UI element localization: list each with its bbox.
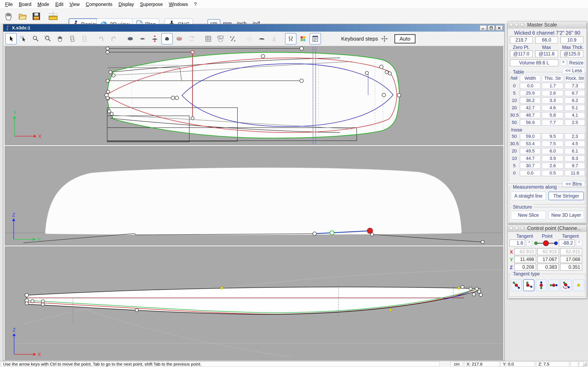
master-scale-titlebar[interactable]: Master Scale	[508, 21, 587, 28]
thic-str-header[interactable]: Thic. Str	[542, 75, 563, 82]
resize-button[interactable]: Resize	[568, 59, 585, 66]
maximize-button[interactable]	[488, 25, 495, 31]
menu-superpose[interactable]: Superpose	[137, 2, 166, 7]
minimize-button[interactable]	[480, 25, 487, 31]
z-tangent-left-field[interactable]: 0.208	[514, 264, 536, 271]
width-header[interactable]: Width	[520, 75, 541, 82]
close-light-icon[interactable]	[509, 23, 513, 27]
x-point-field[interactable]: 62.915	[537, 248, 559, 255]
minimize-light-icon[interactable]	[515, 226, 519, 230]
new-3d-layer-button[interactable]: New 3D Layer	[548, 211, 584, 219]
cell-rock[interactable]: 2.5	[565, 119, 585, 125]
slice-view-canvas[interactable]: Z Y	[5, 146, 503, 245]
tangent-type-point-button[interactable]	[573, 279, 584, 291]
save-button[interactable]	[31, 11, 42, 22]
menu-edit[interactable]: Edit	[52, 2, 67, 7]
z-point-field[interactable]: 0.383	[537, 264, 559, 271]
cell-rock[interactable]: 8.3	[565, 155, 585, 161]
menu-board[interactable]: Board	[16, 2, 34, 7]
x-tangent-left-field[interactable]: 62.915	[514, 248, 536, 255]
cell-thic[interactable]: 5.8	[542, 112, 563, 118]
menu-mode[interactable]: Mode	[34, 2, 52, 7]
cell-width[interactable]: 0.0	[520, 83, 541, 89]
btns-button[interactable]: << Btns	[562, 181, 585, 187]
y-tangent-right-field[interactable]: 17.068	[560, 256, 582, 263]
copy-slice-tool[interactable]	[67, 33, 78, 44]
cell-thic[interactable]: 3.3	[542, 98, 563, 104]
cell-width[interactable]: 30.7	[520, 163, 541, 169]
fin-toggle[interactable]	[268, 33, 280, 44]
symmetry-toggle[interactable]	[285, 33, 296, 44]
max-thck-field[interactable]: @125.0	[561, 50, 583, 57]
slices-3d-toggle[interactable]	[173, 33, 185, 44]
minimize-light-icon[interactable]	[515, 23, 519, 27]
tangent-right-field[interactable]: -88.2	[559, 240, 575, 247]
tangent-type-vertical-button[interactable]	[536, 279, 547, 291]
close-light-icon[interactable]	[509, 226, 513, 230]
cell-width[interactable]: 49.5	[520, 148, 541, 154]
cell-width[interactable]: 42.7	[520, 105, 541, 111]
cell-rock[interactable]: 6.2	[565, 98, 585, 104]
cell-rock[interactable]: 4.1	[565, 112, 585, 118]
cell-width[interactable]: 56.9	[520, 119, 541, 125]
marquee-select-tool[interactable]	[17, 33, 29, 44]
top-view-canvas[interactable]: Y X	[5, 47, 503, 145]
tangent-left-degree-button[interactable]: °	[526, 240, 532, 246]
cell-thic[interactable]: 1.7	[542, 83, 563, 89]
cell-width[interactable]: 36.2	[520, 98, 541, 104]
cell-thic[interactable]: 9.5	[542, 133, 563, 140]
star-button[interactable]: *	[560, 60, 567, 66]
zoom-tool[interactable]	[30, 33, 41, 44]
menu-file[interactable]: File	[2, 2, 16, 7]
thickness-view-toggle[interactable]	[149, 33, 160, 44]
measure-scale-button[interactable]	[47, 11, 59, 22]
crosshair-toggle[interactable]	[244, 33, 255, 44]
width-field[interactable]: 66.0	[535, 36, 558, 43]
cell-width[interactable]: 0.0	[520, 170, 541, 176]
cell-thic[interactable]: 7.7	[542, 119, 563, 125]
auto-button[interactable]: Auto	[394, 34, 416, 43]
zoom-light-icon[interactable]	[520, 226, 524, 230]
flip-view-button[interactable]	[186, 33, 197, 44]
menu-components[interactable]: Components	[83, 2, 115, 7]
x-tangent-right-field[interactable]: 62.915	[560, 248, 582, 255]
zero-pt-field[interactable]: @117.0	[510, 50, 533, 57]
cell-width[interactable]: 48.7	[520, 112, 541, 118]
cell-rock[interactable]: 11.8	[565, 170, 585, 176]
tangent-right-degree-button[interactable]: °	[576, 240, 582, 246]
new-board-button[interactable]	[3, 11, 14, 22]
close-button[interactable]	[496, 25, 503, 31]
max-field[interactable]: @111.8	[535, 50, 558, 57]
cell-thic[interactable]: 2.6	[542, 90, 563, 96]
cell-thic[interactable]: 0.5	[542, 170, 563, 176]
menu-windows[interactable]: Windows	[166, 2, 191, 7]
thickness-field[interactable]: 10.9	[561, 36, 583, 43]
tangent-type-angle-button[interactable]	[561, 279, 572, 291]
y-tangent-left-field[interactable]: 11.498	[514, 256, 536, 263]
cell-thic[interactable]: 3.9	[542, 155, 563, 161]
control-point-titlebar[interactable]: Control point (Channe...	[508, 225, 587, 232]
cell-thic[interactable]: 7.5	[542, 141, 563, 147]
menu-help[interactable]: ?	[191, 2, 200, 7]
colors-button[interactable]	[297, 33, 309, 44]
tangent-type-broken-button[interactable]	[523, 279, 534, 291]
less-button[interactable]: << Less	[562, 67, 585, 74]
y-point-field[interactable]: 17.067	[537, 256, 559, 263]
cell-width[interactable]: 44.7	[520, 155, 541, 161]
paste-slice-tool[interactable]	[79, 33, 90, 44]
tangent-left-field[interactable]: 1.8	[509, 240, 525, 247]
pan-tool[interactable]	[54, 33, 66, 44]
guideline-table-button[interactable]	[203, 33, 214, 44]
cell-thic[interactable]: 4.6	[542, 105, 563, 111]
move-cross-icon[interactable]	[381, 35, 388, 42]
cell-width[interactable]: 53.4	[520, 141, 541, 147]
redo-button[interactable]	[108, 33, 119, 44]
menu-view[interactable]: View	[67, 2, 83, 7]
straight-line-button[interactable]: A straight line	[511, 192, 546, 200]
rocker-view-toggle[interactable]	[137, 33, 148, 44]
tangent-type-horizontal-button[interactable]	[548, 279, 559, 291]
length-field[interactable]: 218.7	[510, 36, 533, 43]
cell-rock[interactable]: 6.1	[565, 148, 585, 154]
outline-view-toggle[interactable]	[125, 33, 136, 44]
control-panel-toggle[interactable]	[310, 33, 321, 44]
